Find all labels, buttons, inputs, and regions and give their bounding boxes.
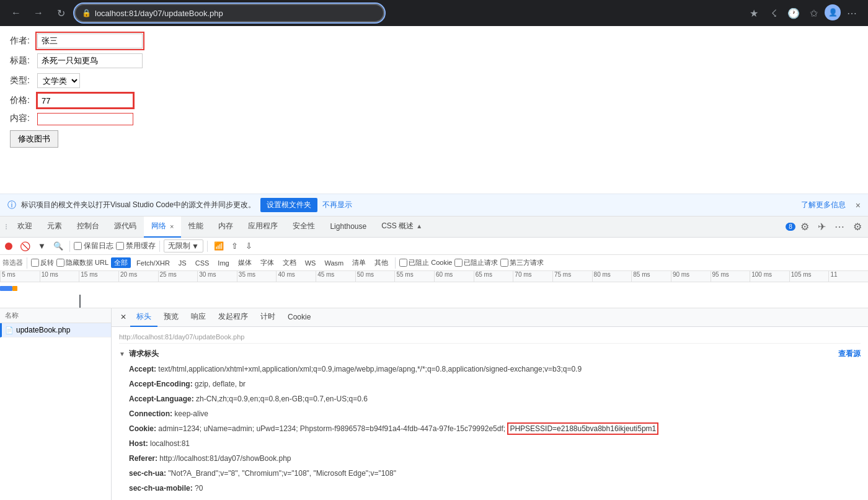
tick-25ms: 25 ms [158,271,198,282]
tab-performance[interactable]: 性能 [181,217,211,238]
details-tab-close-icon[interactable]: ✕ [117,308,130,327]
record-button[interactable] [2,241,15,251]
page-content: 作者: 标题: 类型: 文学类 科技类 历史类 价格: 内容: 修改图书 [0,26,868,194]
browser-actions: ★ ☇ 🕐 ✩ 👤 ⋯ [745,4,861,22]
more-tabs-btn[interactable]: ⋯ [831,220,848,234]
filter-media[interactable]: 媒体 [235,257,255,268]
clear-button[interactable]: 🚫 [17,240,33,252]
title-input[interactable] [37,53,143,68]
history-icon[interactable]: 🕐 [785,4,802,22]
forward-button[interactable]: → [30,4,47,22]
profile-avatar[interactable]: 👤 [825,4,841,20]
header-sec-ch-ua: sec-ch-ua: "Not?A_Brand";v="8", "Chromiu… [119,466,861,481]
tab-network[interactable]: 网络 × [144,217,181,238]
close-banner-icon[interactable]: × [856,200,861,210]
search-button[interactable]: 🔍 [51,240,66,252]
export-button[interactable]: ⇩ [243,240,255,252]
devtools-drag-handle[interactable]: ⁝ [2,222,10,231]
tick-75ms: 75 ms [552,271,592,282]
divider-2 [159,241,160,252]
collections-icon[interactable]: ☇ [765,4,782,22]
tab-memory[interactable]: 内存 [211,217,241,238]
tab-lighthouse[interactable]: Lighthouse [322,217,374,238]
blocked-request-checkbox[interactable]: 已阻止请求 [454,258,498,267]
tab-console[interactable]: 控制台 [69,217,107,238]
tab-application[interactable]: 应用程序 [241,217,285,238]
details-tab-headers[interactable]: 标头 [130,308,157,327]
filter-other[interactable]: 其他 [371,257,391,268]
timeline-area[interactable]: 5 ms 10 ms 15 ms 20 ms 25 ms 30 ms 35 ms… [0,271,868,308]
content-textarea[interactable] [37,113,133,125]
price-row: 价格: [10,93,858,108]
blocked-cookie-checkbox[interactable]: 已阻止 Cookie [399,258,452,267]
reload-button[interactable]: ↻ [52,4,69,22]
details-tab-cookie[interactable]: Cookie [281,308,317,327]
section-toggle-icon: ▼ [119,350,125,357]
back-button[interactable]: ← [7,4,25,22]
hide-data-checkbox[interactable]: 隐藏数据 URL [56,258,108,267]
tick-50ms: 50 ms [355,271,395,282]
filter-fetch-xhr[interactable]: Fetch/XHR [133,259,173,267]
file-icon: 📄 [5,326,14,334]
bookmark-icon[interactable]: ✩ [805,4,822,22]
tab-sources[interactable]: 源代码 [107,217,144,238]
devtools-settings-icon[interactable]: ⚙ [849,220,866,234]
disable-cache-checkbox[interactable]: 禁用缓存 [116,241,156,251]
details-panel: ✕ 标头 预览 响应 发起程序 计时 Cookie http://localho… [112,308,868,500]
throttle-select[interactable]: 无限制 ▼ [164,239,203,252]
details-tab-preview[interactable]: 预览 [157,308,185,327]
tab-network-close[interactable]: × [170,223,174,230]
filter-divider [27,257,27,269]
filter-toggle-button[interactable]: ▼ [35,240,48,252]
details-tab-response[interactable]: 响应 [185,308,212,327]
throttle-label: 无限制 [168,241,190,251]
request-headers-section[interactable]: ▼ 请求标头 查看源 [119,346,861,362]
filter-css[interactable]: CSS [192,259,213,267]
header-connection: Connection: keep-alive [119,406,861,421]
tab-elements[interactable]: 元素 [40,217,69,238]
settings-icon[interactable]: ⚙ [797,220,813,234]
filter-manifest[interactable]: 清单 [349,257,369,268]
header-accept-encoding-value: gzip, deflate, br [195,380,246,388]
browser-chrome: ← → ↻ 🔒 localhost:81/day07/updateBook.ph… [0,0,868,26]
details-tab-timing[interactable]: 计时 [254,308,281,327]
filter-wasm[interactable]: Wasm [321,259,347,267]
requests-panel: 名称 📄 updateBook.php [0,308,112,500]
star-icon[interactable]: ★ [745,4,763,22]
filter-js[interactable]: JS [175,259,190,267]
filter-all[interactable]: 全部 [111,257,131,268]
search-icon: 🔍 [53,241,63,251]
type-select[interactable]: 文学类 科技类 历史类 [37,73,80,88]
request-item-updatebook[interactable]: 📄 updateBook.php [0,323,111,337]
dismiss-banner-button[interactable]: 不再显示 [322,200,352,210]
menu-icon[interactable]: ⋯ [843,4,861,22]
content-row: 内容: [10,113,858,125]
third-party-checkbox[interactable]: 第三方请求 [500,258,544,267]
import-button[interactable]: ⇧ [229,240,241,252]
tab-css-overview[interactable]: CSS 概述 ▲ [374,217,430,238]
set-root-folder-button[interactable]: 设置根文件夹 [260,198,317,212]
header-sec-ch-ua-mobile: sec-ch-ua-mobile: ?0 [119,481,861,496]
price-input[interactable] [37,93,133,108]
info-banner: ⓘ 标识项目的根文件夹以打开Visual Studio Code中的源文件并同步… [0,194,868,216]
invert-checkbox[interactable]: 反转 [31,258,54,267]
view-source-link[interactable]: 查看源 [838,349,861,359]
tick-80ms: 80 ms [592,271,632,282]
broadcast-icon[interactable]: ✈ [814,220,830,234]
author-input[interactable] [37,33,143,48]
filter-font[interactable]: 字体 [257,257,277,268]
preserve-log-checkbox[interactable]: 保留日志 [74,241,113,251]
filter-img[interactable]: Img [215,259,232,267]
tab-welcome[interactable]: 欢迎 [10,217,40,238]
address-bar[interactable]: 🔒 localhost:81/day07/updateBook.php [74,4,384,22]
tick-45ms: 45 ms [316,271,355,282]
submit-button[interactable]: 修改图书 [10,130,58,148]
learn-more-link[interactable]: 了解更多信息 [801,200,846,210]
type-row: 类型: 文学类 科技类 历史类 [10,73,858,88]
tab-security[interactable]: 安全性 [285,217,322,238]
lock-icon: 🔒 [82,9,91,17]
wifi-icon[interactable]: 📶 [211,240,226,252]
filter-ws[interactable]: WS [302,259,319,267]
details-tab-initiator[interactable]: 发起程序 [212,308,254,327]
filter-doc[interactable]: 文档 [280,257,299,268]
